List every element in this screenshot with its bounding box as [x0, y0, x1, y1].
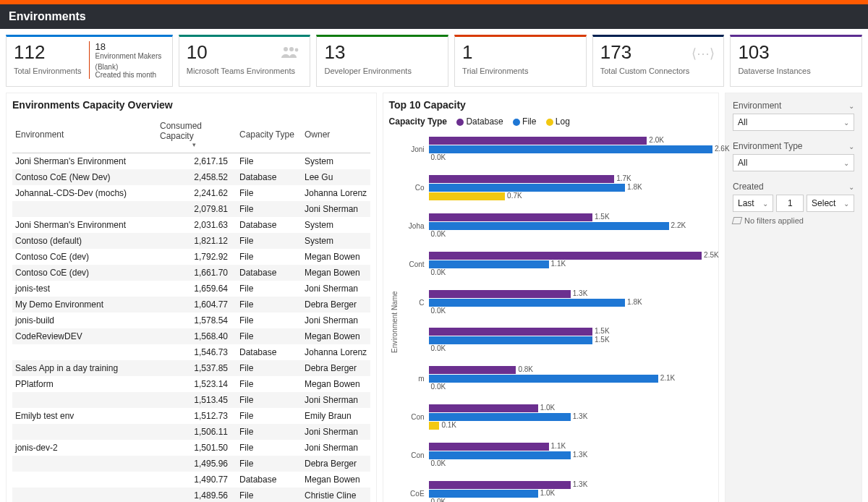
- col-owner[interactable]: Owner: [302, 116, 370, 153]
- chevron-down-icon: ⌄: [848, 102, 854, 110]
- chart-bars[interactable]: Joni2.0K2.6K0.0KCo1.7K1.8K0.7KJoha1.5K2.…: [400, 131, 712, 502]
- col-consumed[interactable]: Consumed Capacity ▾: [157, 116, 237, 153]
- table-row[interactable]: My Demo Environment1,604.77FileDebra Ber…: [12, 297, 370, 312]
- filter-created-mode[interactable]: Last⌄: [733, 195, 773, 212]
- card-value: 1: [462, 41, 579, 64]
- table-row[interactable]: 1,513.45FileJoni Sherman: [12, 392, 370, 408]
- filter-created-label[interactable]: Created ⌄: [733, 182, 854, 192]
- filters-panel: Environment ⌄ All ⌄ Environment Type ⌄ A…: [725, 93, 862, 502]
- capacity-overview-panel: Environments Capacity Overview Environme…: [6, 93, 377, 502]
- card-value: 13: [324, 41, 441, 64]
- card-label: Trial Environments: [462, 67, 579, 75]
- legend-database-icon: [456, 119, 464, 126]
- sort-desc-icon: ▾: [160, 141, 228, 148]
- table-row[interactable]: Contoso CoE (New Dev)2,458.52DatabaseLee…: [12, 169, 370, 185]
- card-trial-environments[interactable]: 1 Trial Environments: [454, 35, 587, 87]
- filter-environment-label[interactable]: Environment ⌄: [733, 101, 854, 111]
- card-custom-connectors[interactable]: ⟨⋯⟩ 173 Total Custom Connectors: [592, 35, 725, 87]
- chart-bar-group[interactable]: 1.5K1.5K0.0K: [403, 326, 712, 355]
- table-row[interactable]: 1,506.11FileJoni Sherman: [12, 424, 370, 440]
- svg-point-2: [295, 48, 299, 52]
- table-row[interactable]: jonis-build1,578.54FileJoni Sherman: [12, 312, 370, 328]
- table-row[interactable]: PPlatform1,523.14FileMegan Bowen: [12, 376, 370, 392]
- table-row[interactable]: Emilyb test env1,512.73FileEmily Braun: [12, 408, 370, 424]
- chevron-down-icon: ⌄: [843, 159, 849, 167]
- card-value: 112: [14, 41, 82, 64]
- legend-log-icon: [546, 119, 553, 126]
- chart-title: Top 10 Capacity: [389, 99, 712, 111]
- table-row[interactable]: Sales App in a day training1,537.85FileD…: [12, 360, 370, 376]
- card-dataverse-instances[interactable]: 103 Dataverse Instances: [730, 35, 862, 87]
- table-row[interactable]: 2,079.81FileJoni Sherman: [12, 201, 370, 217]
- chart-bar-group[interactable]: Con1.0K1.3K0.1K: [403, 403, 712, 432]
- col-type[interactable]: Capacity Type: [237, 116, 302, 153]
- page-title: Environments: [0, 4, 868, 29]
- col-environment[interactable]: Environment: [12, 116, 157, 153]
- eraser-icon: [732, 217, 743, 224]
- top10-capacity-panel: Top 10 Capacity Capacity Type Database F…: [383, 93, 719, 502]
- people-icon: [281, 46, 301, 61]
- chevron-down-icon: ⌄: [848, 183, 854, 191]
- summary-cards: 112 Total Environments 18 Environment Ma…: [0, 29, 868, 93]
- filter-environment-type-select[interactable]: All ⌄: [733, 154, 854, 171]
- card-label: Developer Environments: [324, 67, 441, 75]
- table-row[interactable]: jonis-dev-21,501.50FileJoni Sherman: [12, 440, 370, 456]
- legend-file-icon: [513, 119, 520, 126]
- card-label: Microsoft Teams Environments: [187, 67, 303, 75]
- card-value: 103: [738, 41, 854, 64]
- chart-bar-group[interactable]: m0.8K2.1K0.0K: [403, 365, 712, 393]
- card-developer-environments[interactable]: 13 Developer Environments: [316, 35, 448, 87]
- table-row[interactable]: 1,490.77DatabaseMegan Bowen: [12, 472, 370, 488]
- table-row[interactable]: Joni Sherman's Environment2,031.63Databa…: [12, 217, 370, 233]
- table-row[interactable]: JohannaL-CDS-Dev (mochs)2,241.62FileJoha…: [12, 185, 370, 201]
- filter-created-unit[interactable]: Select⌄: [807, 195, 854, 212]
- table-row[interactable]: Contoso (default)1,821.12FileSystem: [12, 233, 370, 249]
- table-row[interactable]: 1,546.73DatabaseJohanna Lorenz: [12, 344, 370, 360]
- table-row[interactable]: Joni Sherman's Environment2,617.15FileSy…: [12, 153, 370, 170]
- chart-bar-group[interactable]: Joha1.5K2.2K0.0K: [403, 212, 712, 241]
- filter-created-count[interactable]: 1: [776, 195, 804, 212]
- card-label: Total Custom Connectors: [600, 67, 717, 75]
- table-row[interactable]: CodeReviewDEV1,568.40FileMegan Bowen: [12, 328, 370, 344]
- chevron-down-icon: ⌄: [843, 119, 849, 127]
- table-row[interactable]: Contoso CoE (dev)1,792.92FileMegan Bowen: [12, 249, 370, 265]
- capacity-table[interactable]: Environment Consumed Capacity ▾ Capacity…: [12, 116, 370, 502]
- table-row[interactable]: Contoso CoE (dev)1,661.70DatabaseMegan B…: [12, 265, 370, 281]
- chart-bar-group[interactable]: Con1.1K1.3K0.0K: [403, 441, 712, 470]
- chart-legend[interactable]: Capacity Type Database File Log: [389, 116, 712, 127]
- chart-bar-group[interactable]: Co1.7K1.8K0.7K: [403, 174, 712, 203]
- card-label: Total Environments: [14, 67, 82, 75]
- no-filters-applied: No filters applied: [733, 216, 854, 225]
- chart-bar-group[interactable]: Cont2.5K1.1K0.0K: [403, 250, 712, 279]
- card-subinfo: 18 Environment Makers (Blank) Created th…: [89, 41, 162, 79]
- table-row[interactable]: 1,489.56FileChristie Cline: [12, 488, 370, 502]
- card-teams-environments[interactable]: 10 Microsoft Teams Environments: [179, 35, 311, 87]
- card-label: Dataverse Instances: [738, 67, 854, 75]
- chart-bar-group[interactable]: C1.3K1.8K0.0K: [403, 289, 712, 318]
- chart-bar-group[interactable]: CoE1.3K1.0K0.0K: [403, 480, 712, 502]
- filter-environment-type-label[interactable]: Environment Type ⌄: [733, 141, 854, 151]
- table-row[interactable]: jonis-test1,659.64FileJoni Sherman: [12, 281, 370, 297]
- filter-environment-select[interactable]: All ⌄: [733, 114, 854, 131]
- chart-bar-group[interactable]: Joni2.0K2.6K0.0K: [403, 135, 712, 164]
- connectors-icon: ⟨⋯⟩: [692, 46, 715, 61]
- chart-y-axis-label: Environment Name: [389, 131, 400, 502]
- chevron-down-icon: ⌄: [848, 142, 854, 150]
- table-row[interactable]: 1,495.96FileDebra Berger: [12, 456, 370, 472]
- svg-point-0: [284, 47, 288, 51]
- card-total-environments[interactable]: 112 Total Environments 18 Environment Ma…: [6, 35, 173, 87]
- panel-title: Environments Capacity Overview: [12, 99, 370, 111]
- svg-point-1: [289, 47, 294, 51]
